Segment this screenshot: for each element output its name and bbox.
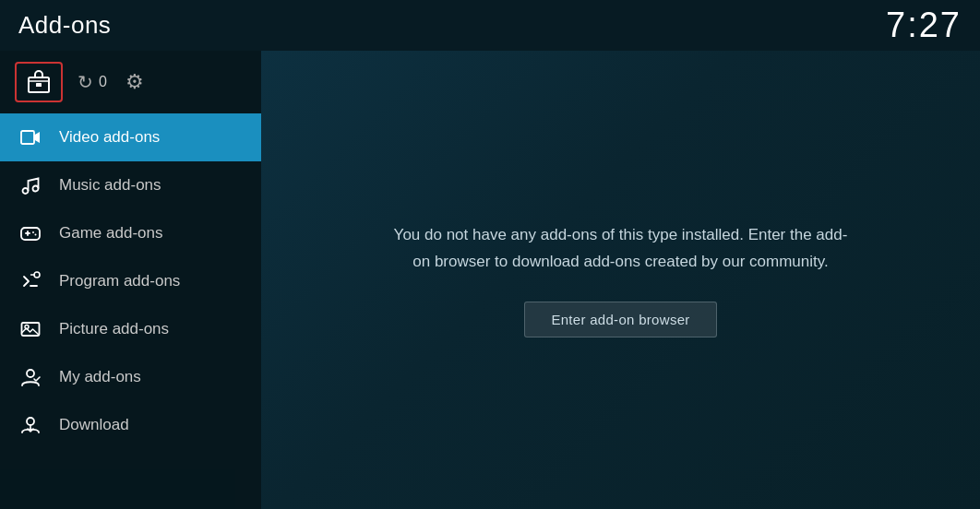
sidebar-item-label: Program add-ons — [59, 272, 180, 290]
clock: 7:27 — [886, 6, 962, 45]
gear-icon: ⚙ — [125, 70, 144, 93]
sidebar-item-game-addons[interactable]: Game add-ons — [0, 209, 261, 257]
video-icon — [18, 125, 42, 149]
refresh-icon: ↻ — [78, 71, 93, 93]
svg-rect-5 — [21, 228, 40, 240]
svg-point-12 — [27, 418, 34, 425]
svg-point-7 — [35, 234, 37, 236]
picture-icon — [18, 317, 42, 341]
music-icon — [18, 173, 42, 197]
svg-point-6 — [32, 231, 34, 233]
sidebar-item-label: My add-ons — [59, 368, 141, 386]
game-icon — [18, 221, 42, 245]
myaddon-icon — [18, 365, 42, 389]
refresh-button[interactable]: ↻ 0 — [78, 71, 107, 93]
sidebar-nav: Video add-ons Music add-ons — [0, 113, 261, 509]
sidebar-item-label: Download — [59, 416, 129, 434]
svg-rect-2 — [21, 131, 34, 144]
sidebar-item-program-addons[interactable]: Program add-ons — [0, 257, 261, 305]
program-icon — [18, 269, 42, 293]
page-title: Add-ons — [18, 11, 111, 40]
sidebar-item-label: Video add-ons — [59, 128, 160, 147]
sidebar-item-label: Game add-ons — [59, 224, 162, 243]
header: Add-ons 7:27 — [0, 0, 980, 51]
sidebar-item-music-addons[interactable]: Music add-ons — [0, 161, 261, 209]
no-addons-message: You do not have any add-ons of this type… — [390, 222, 852, 276]
download-icon — [18, 413, 42, 437]
main-layout: ↻ 0 ⚙ Video add-ons — [0, 51, 980, 509]
sidebar-item-picture-addons[interactable]: Picture add-ons — [0, 305, 261, 353]
svg-point-4 — [33, 186, 39, 192]
sidebar-toolbar: ↻ 0 ⚙ — [0, 51, 261, 113]
sidebar-item-label: Picture add-ons — [59, 320, 169, 338]
enter-addon-browser-button[interactable]: Enter add-on browser — [524, 302, 716, 337]
sidebar-item-label: Music add-ons — [59, 176, 161, 195]
settings-button[interactable]: ⚙ — [125, 70, 144, 94]
svg-rect-9 — [22, 323, 40, 336]
sidebar-item-video-addons[interactable]: Video add-ons — [0, 113, 261, 161]
svg-rect-1 — [36, 83, 42, 87]
sidebar: ↻ 0 ⚙ Video add-ons — [0, 51, 261, 509]
sidebar-item-my-addons[interactable]: My add-ons — [0, 353, 261, 401]
content-area: You do not have any add-ons of this type… — [261, 51, 980, 509]
svg-point-11 — [27, 370, 34, 377]
addon-box-icon — [26, 69, 52, 95]
sidebar-item-download[interactable]: Download — [0, 401, 261, 449]
addon-box-button[interactable] — [15, 62, 63, 102]
update-count: 0 — [99, 74, 107, 90]
